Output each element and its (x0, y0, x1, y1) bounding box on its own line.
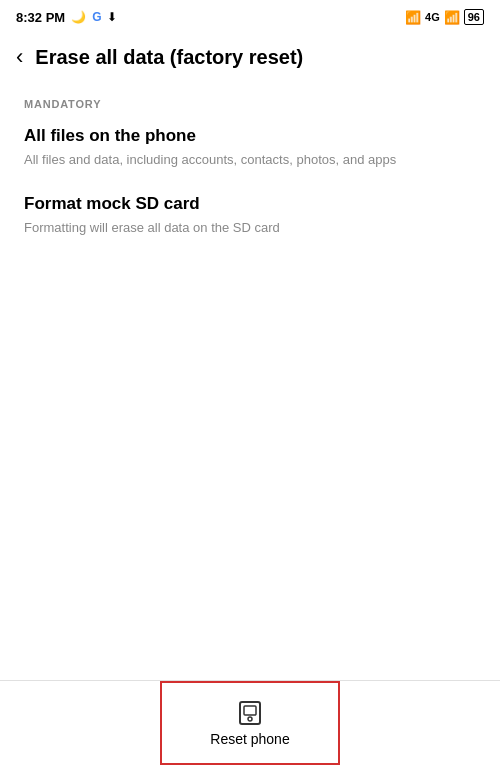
moon-icon: 🌙 (71, 10, 86, 24)
item-desc-files: All files and data, including accounts, … (24, 150, 476, 170)
page-title: Erase all data (factory reset) (35, 44, 303, 70)
back-button[interactable]: ‹ (16, 46, 23, 68)
wifi-icon: 📶 (405, 10, 421, 25)
list-item-files: All files on the phone All files and dat… (24, 126, 476, 170)
reset-phone-icon (236, 699, 264, 731)
signal-icon: 📶 (444, 10, 460, 25)
item-title-sdcard: Format mock SD card (24, 194, 476, 214)
network-4g-icon: 4G (425, 11, 440, 23)
reset-svg-icon (236, 699, 264, 727)
battery-icon: 96 (464, 9, 484, 25)
page-header: ‹ Erase all data (factory reset) (0, 32, 500, 82)
section-label: MANDATORY (24, 98, 476, 110)
page-content: MANDATORY All files on the phone All fil… (0, 82, 500, 237)
status-bar-right: 📶 4G 📶 96 (405, 9, 484, 25)
item-title-files: All files on the phone (24, 126, 476, 146)
svg-point-2 (248, 717, 252, 721)
reset-phone-label: Reset phone (210, 731, 289, 747)
svg-rect-1 (244, 706, 256, 715)
status-bar: 8:32 PM 🌙 G ⬇ 📶 4G 📶 96 (0, 0, 500, 32)
bottom-area: Reset phone (0, 680, 500, 765)
status-bar-left: 8:32 PM 🌙 G ⬇ (16, 10, 117, 25)
status-time: 8:32 PM (16, 10, 65, 25)
list-item-sdcard: Format mock SD card Formatting will eras… (24, 194, 476, 238)
reset-phone-button[interactable]: Reset phone (160, 681, 340, 765)
google-icon: G (92, 10, 101, 24)
download-icon: ⬇ (107, 10, 117, 24)
item-desc-sdcard: Formatting will erase all data on the SD… (24, 218, 476, 238)
